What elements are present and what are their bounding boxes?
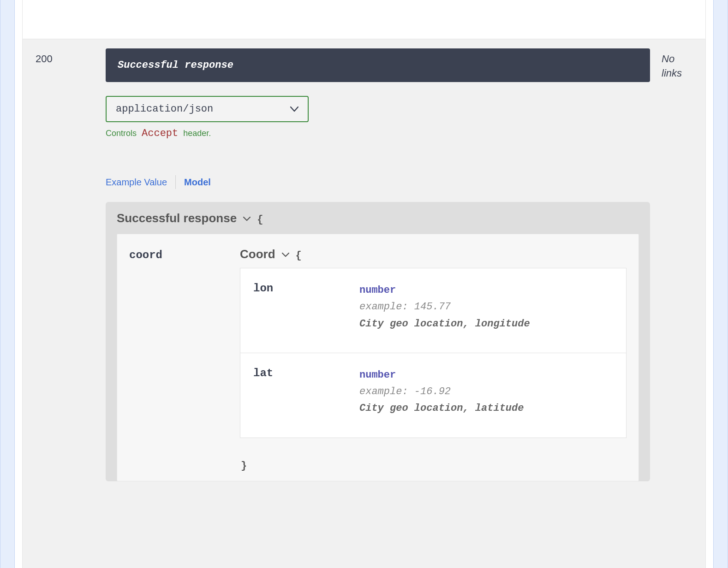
model-panel: Successful response { coord Coord	[106, 202, 650, 481]
model-title: Successful response	[117, 211, 237, 225]
tab-separator	[175, 175, 176, 189]
coord-model-title: Coord	[240, 247, 275, 261]
property-example: example: 145.77	[359, 299, 613, 315]
accept-note-suffix: header.	[183, 129, 211, 138]
response-section: 200 Successful response application/json…	[23, 39, 705, 568]
content-type-select[interactable]: application/json	[106, 96, 309, 122]
content-column: 200 Successful response application/json…	[22, 0, 706, 568]
tab-model[interactable]: Model	[184, 177, 211, 188]
accept-note-code: Accept	[142, 128, 178, 139]
close-brace: }	[241, 460, 627, 472]
status-code: 200	[32, 48, 106, 65]
chevron-down-icon	[280, 247, 291, 261]
coord-properties-table: lon number example: 145.77 City geo loca…	[240, 268, 627, 438]
model-inner: coord Coord {	[117, 234, 639, 481]
right-rail	[713, 0, 728, 568]
left-rail	[0, 0, 15, 568]
property-type: number	[359, 367, 613, 384]
property-name: lon	[253, 282, 359, 332]
accept-header-note: Controls Accept header.	[106, 128, 650, 139]
chevron-down-icon	[290, 106, 298, 112]
content-type-value: application/json	[116, 103, 213, 115]
coord-model-title-row[interactable]: Coord {	[240, 247, 302, 261]
property-row-lat: lat number example: -16.92 City geo loca…	[240, 353, 626, 438]
tab-example-value[interactable]: Example Value	[106, 177, 167, 188]
property-name: lat	[253, 367, 359, 417]
model-title-row[interactable]: Successful response {	[117, 211, 263, 225]
chevron-down-icon	[241, 211, 252, 225]
accept-note-prefix: Controls	[106, 129, 137, 138]
top-spacer	[23, 0, 705, 39]
links-column: No links	[650, 48, 696, 81]
open-brace: {	[296, 250, 302, 261]
response-description-banner: Successful response	[106, 48, 650, 82]
property-type: number	[359, 282, 613, 299]
property-key-coord: coord	[129, 247, 235, 472]
property-description: City geo location, latitude	[359, 400, 613, 417]
property-example: example: -16.92	[359, 384, 613, 400]
property-description: City geo location, longitude	[359, 316, 613, 332]
schema-tabs: Example Value Model	[106, 175, 650, 189]
open-brace: {	[257, 214, 263, 225]
property-row-lon: lon number example: 145.77 City geo loca…	[240, 268, 626, 353]
